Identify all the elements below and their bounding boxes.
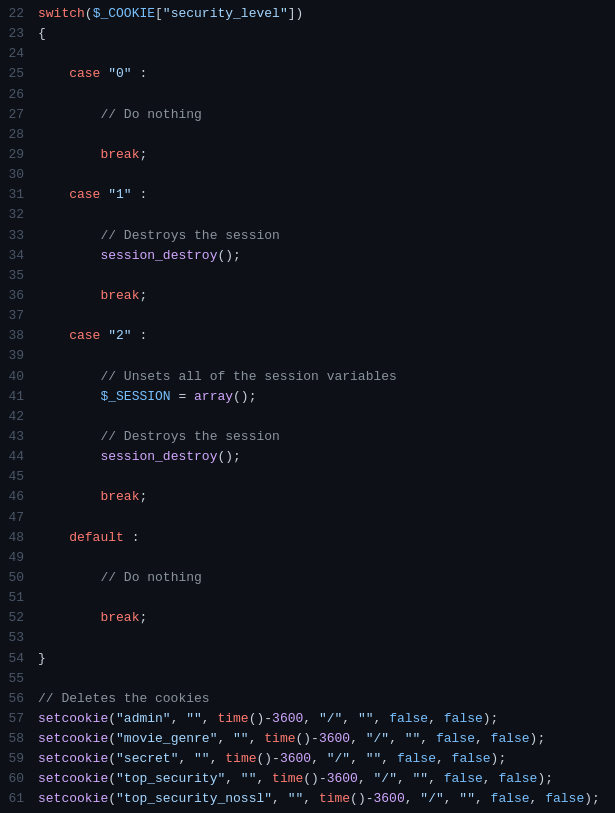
token: ,: [202, 711, 218, 726]
token: (: [108, 791, 116, 806]
line-content: [38, 306, 615, 326]
token: "": [194, 751, 210, 766]
line-number: 47: [0, 508, 38, 528]
table-row: 27 // Do nothing: [0, 105, 615, 125]
token: "top_security": [116, 771, 225, 786]
line-content: setcookie("secret", "", time()-3600, "/"…: [38, 749, 615, 769]
table-row: 25 case "0" :: [0, 64, 615, 84]
token: setcookie: [38, 751, 108, 766]
token: [38, 610, 100, 625]
line-number: 53: [0, 628, 38, 648]
token: "admin": [116, 711, 171, 726]
line-content: break;: [38, 145, 615, 165]
token: ,: [217, 731, 233, 746]
line-number: 58: [0, 729, 38, 749]
line-number: 23: [0, 24, 38, 44]
token: (: [108, 771, 116, 786]
table-row: 56// Deletes the cookies: [0, 689, 615, 709]
table-row: 52 break;: [0, 608, 615, 628]
table-row: 36 break;: [0, 286, 615, 306]
token: [38, 228, 100, 243]
table-row: 48 default :: [0, 528, 615, 548]
token: ()-: [257, 751, 280, 766]
line-content: [38, 407, 615, 427]
table-row: 42: [0, 407, 615, 427]
token: ,: [389, 731, 405, 746]
table-row: 28: [0, 125, 615, 145]
code-editor: 22switch($_COOKIE["security_level"])23{2…: [0, 0, 615, 813]
line-number: 61: [0, 789, 38, 809]
token: [38, 147, 100, 162]
token: [38, 248, 100, 263]
token: (: [108, 711, 116, 726]
table-row: 62setcookie("top_security_ssl", "", time…: [0, 810, 615, 813]
token: [38, 530, 69, 545]
line-content: [38, 548, 615, 568]
line-content: switch($_COOKIE["security_level"]): [38, 4, 615, 24]
line-number: 31: [0, 185, 38, 205]
token: "": [405, 731, 421, 746]
token: "/": [366, 731, 389, 746]
token: "": [241, 771, 257, 786]
token: false: [498, 771, 537, 786]
token: ,: [272, 791, 288, 806]
token: [38, 107, 100, 122]
token: ,: [210, 751, 226, 766]
token: ()-: [303, 771, 326, 786]
line-content: // Unsets all of the session variables: [38, 367, 615, 387]
line-content: default :: [38, 528, 615, 548]
line-number: 56: [0, 689, 38, 709]
token: session_destroy: [100, 248, 217, 263]
line-number: 45: [0, 467, 38, 487]
line-number: 44: [0, 447, 38, 467]
table-row: 37: [0, 306, 615, 326]
token: ,: [405, 791, 421, 806]
token: [38, 570, 100, 585]
token: time: [319, 791, 350, 806]
token: :: [124, 530, 140, 545]
token: 3600: [319, 731, 350, 746]
table-row: 39: [0, 346, 615, 366]
token: [38, 449, 100, 464]
table-row: 61setcookie("top_security_nossl", "", ti…: [0, 789, 615, 809]
table-row: 32: [0, 205, 615, 225]
line-content: setcookie("admin", "", time()-3600, "/",…: [38, 709, 615, 729]
token: ();: [217, 449, 240, 464]
token: [38, 389, 100, 404]
token: [: [155, 6, 163, 21]
token: false: [389, 711, 428, 726]
table-row: 30: [0, 165, 615, 185]
token: "secret": [116, 751, 178, 766]
token: break: [100, 147, 139, 162]
line-content: // Do nothing: [38, 568, 615, 588]
token: ();: [233, 389, 256, 404]
token: ,: [444, 791, 460, 806]
line-content: {: [38, 24, 615, 44]
line-number: 59: [0, 749, 38, 769]
token: );: [584, 791, 600, 806]
table-row: 59setcookie("secret", "", time()-3600, "…: [0, 749, 615, 769]
line-number: 35: [0, 266, 38, 286]
token: break: [100, 610, 139, 625]
token: case: [69, 66, 100, 81]
token: setcookie: [38, 711, 108, 726]
table-row: 54}: [0, 649, 615, 669]
token: ;: [139, 489, 147, 504]
token: break: [100, 288, 139, 303]
token: switch: [38, 6, 85, 21]
token: );: [491, 751, 507, 766]
token: [38, 489, 100, 504]
table-row: 58setcookie("movie_genre", "", time()-36…: [0, 729, 615, 749]
line-number: 25: [0, 64, 38, 84]
line-content: // Destroys the session: [38, 226, 615, 246]
token: ,: [381, 751, 397, 766]
token: ,: [303, 791, 319, 806]
line-number: 52: [0, 608, 38, 628]
token: ,: [483, 771, 499, 786]
token: ,: [530, 791, 546, 806]
token: ();: [217, 248, 240, 263]
table-row: 57setcookie("admin", "", time()-3600, "/…: [0, 709, 615, 729]
token: false: [452, 751, 491, 766]
token: array: [194, 389, 233, 404]
table-row: 45: [0, 467, 615, 487]
